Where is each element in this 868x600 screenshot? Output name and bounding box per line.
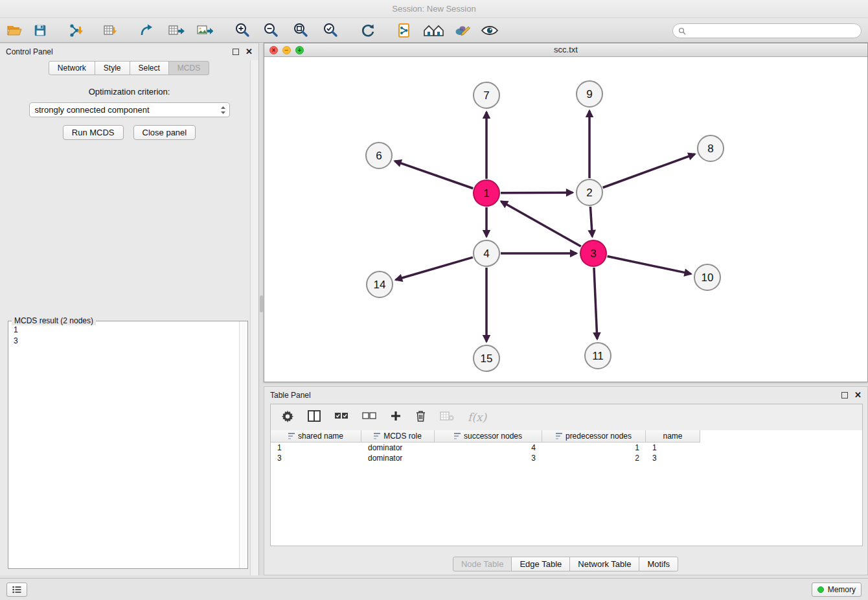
zoom-window-icon[interactable]: + (295, 46, 304, 54)
table-toolbar: f(x) (271, 404, 862, 430)
application-window: Session: New Session (0, 0, 868, 600)
edge-1-6[interactable] (395, 161, 474, 189)
status-bar: Memory (0, 578, 868, 600)
export-image-icon[interactable] (196, 21, 214, 40)
tab-select[interactable]: Select (130, 61, 169, 75)
tab-style[interactable]: Style (95, 61, 130, 75)
node-7[interactable]: 7 (474, 82, 499, 108)
zoom-fit-icon[interactable] (291, 21, 310, 40)
svg-text:14: 14 (374, 279, 386, 291)
export-table-icon[interactable] (167, 21, 185, 40)
node-table-container: f(x) shared name MCDS role successor nod… (270, 404, 863, 546)
node-1[interactable]: 1 (474, 180, 499, 206)
tab-motifs[interactable]: Motifs (639, 557, 678, 571)
table-row[interactable]: 1dominator411 (271, 443, 862, 453)
select-all-icon[interactable] (334, 411, 348, 424)
export-network-icon[interactable] (137, 21, 155, 40)
network-canvas[interactable]: 7968124314101511 (264, 57, 867, 382)
table-cell: 1 (542, 443, 646, 453)
column-header-name[interactable]: name (646, 430, 700, 443)
window-title: Session: New Session (392, 4, 475, 14)
network-window-titlebar[interactable]: × − + scc.txt (264, 43, 867, 57)
save-session-icon[interactable] (31, 21, 49, 40)
style-brush-icon[interactable] (453, 21, 472, 40)
zoom-in-icon[interactable] (233, 21, 251, 40)
svg-text:10: 10 (702, 271, 714, 284)
settings-gear-icon[interactable] (281, 410, 294, 425)
main-toolbar (0, 18, 868, 43)
search-icon (678, 27, 686, 35)
float-table-panel-icon[interactable] (841, 392, 848, 398)
task-history-button[interactable] (6, 583, 27, 597)
search-field[interactable] (672, 23, 862, 38)
node-6[interactable]: 6 (366, 143, 392, 168)
splitter-handle[interactable] (260, 295, 263, 312)
table-cell: dominator (361, 443, 435, 453)
node-11[interactable]: 11 (585, 343, 611, 369)
tab-network-table[interactable]: Network Table (569, 557, 639, 571)
open-file-icon[interactable] (5, 21, 23, 40)
add-row-icon[interactable] (390, 410, 402, 424)
node-2[interactable]: 2 (577, 179, 602, 205)
control-panel-scrollbar[interactable] (250, 60, 258, 575)
home-icon[interactable] (422, 21, 446, 40)
svg-text:6: 6 (376, 150, 382, 162)
node-8[interactable]: 8 (698, 135, 724, 161)
tab-network[interactable]: Network (49, 61, 95, 75)
column-header-mcds-role[interactable]: MCDS role (361, 430, 435, 443)
refresh-icon[interactable] (359, 21, 377, 40)
column-header-predecessor-nodes[interactable]: predecessor nodes (542, 430, 646, 443)
node-4[interactable]: 4 (474, 240, 499, 266)
optimization-criterion-select[interactable]: strongly connected component (29, 102, 230, 117)
table-panel: Table Panel ✕ (264, 386, 868, 575)
split-columns-icon[interactable] (308, 410, 321, 424)
tab-mcds[interactable]: MCDS (168, 61, 209, 75)
show-hide-eye-icon[interactable] (481, 21, 499, 40)
import-table-icon[interactable] (101, 21, 119, 40)
table-cell: 3 (646, 453, 700, 463)
copy-view-icon[interactable] (395, 21, 413, 40)
edge-4-14[interactable] (396, 257, 473, 280)
run-mcds-button[interactable]: Run MCDS (63, 125, 124, 140)
sort-icon (374, 433, 381, 439)
import-network-icon[interactable] (67, 21, 86, 40)
node-table-body: 1dominator4113dominator323 (271, 443, 862, 546)
zoom-selected-icon[interactable] (321, 21, 339, 40)
edge-3-11[interactable] (594, 268, 597, 339)
edge-1-2[interactable] (501, 192, 573, 193)
close-table-panel-icon[interactable]: ✕ (854, 392, 862, 398)
column-header-shared-name[interactable]: shared name (271, 430, 361, 443)
mcds-result-title: MCDS result (2 nodes) (12, 316, 96, 325)
zoom-out-icon[interactable] (262, 21, 280, 40)
column-header-successor-nodes[interactable]: successor nodes (435, 430, 542, 443)
float-panel-icon[interactable] (233, 49, 239, 55)
mcds-result-scrollbar[interactable] (239, 321, 247, 568)
node-9[interactable]: 9 (577, 81, 602, 107)
minimize-window-icon[interactable]: − (282, 46, 291, 54)
close-window-icon[interactable]: × (269, 46, 278, 54)
svg-text:1: 1 (483, 187, 489, 200)
node-10[interactable]: 10 (694, 264, 720, 290)
close-panel-button[interactable]: Close panel (133, 125, 196, 140)
deselect-all-icon[interactable] (362, 411, 376, 424)
panel-splitter[interactable] (259, 43, 264, 575)
edge-3-10[interactable] (608, 257, 691, 274)
tab-node-table[interactable]: Node Table (453, 557, 512, 571)
edge-2-8[interactable] (603, 154, 695, 188)
table-cell: 4 (435, 443, 542, 453)
network-view-window: × − + scc.txt 7968124314101511 (264, 43, 868, 382)
table-row[interactable]: 3dominator323 (271, 453, 862, 463)
node-3[interactable]: 3 (580, 240, 606, 266)
table-cell: dominator (361, 453, 435, 463)
window-titlebar[interactable]: Session: New Session (0, 0, 868, 18)
edge-3-1[interactable] (501, 202, 581, 246)
node-15[interactable]: 15 (474, 345, 499, 371)
network-window-title: scc.txt (554, 45, 578, 54)
close-panel-icon[interactable]: ✕ (246, 49, 253, 55)
tab-edge-table[interactable]: Edge Table (511, 557, 570, 571)
edge-2-3[interactable] (590, 207, 592, 237)
memory-button[interactable]: Memory (812, 583, 862, 597)
delete-row-trash-icon[interactable] (415, 410, 426, 425)
node-14[interactable]: 14 (367, 271, 393, 297)
search-input[interactable] (689, 27, 856, 36)
